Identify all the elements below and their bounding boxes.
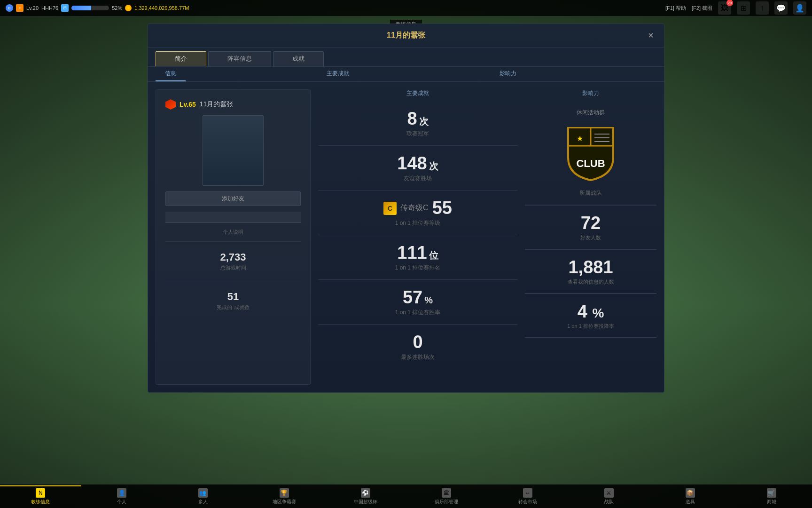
bottom-nav: N 教练信息 👤 个人 👥 多人 🏆 地区争霸赛 ⚽ 中国超级杯 🏛 俱乐部管理… <box>0 484 812 508</box>
friendly-wins-display: 148 次 <box>397 153 438 174</box>
divider-2 <box>165 281 301 281</box>
bio-input[interactable] <box>165 212 301 223</box>
rank-tier-label: 1 on 1 排位赛等级 <box>395 219 441 227</box>
exp-bar <box>71 6 109 10</box>
win-rate-value: 57 <box>403 287 422 308</box>
nav-multiplayer-icon: 👥 <box>198 488 208 498</box>
rank-number: 55 <box>432 198 452 218</box>
rank-position-display: 111 位 <box>397 243 438 263</box>
grid-button[interactable]: ⊞ <box>737 1 750 15</box>
close-button[interactable]: × <box>645 30 656 41</box>
svg-text:CLUB: CLUB <box>576 158 605 169</box>
subnav-main-achievements[interactable]: 主要成就 <box>317 67 359 81</box>
club-shield: CLUB ★ <box>562 122 619 183</box>
profile-views-row: 1,881 查看我的信息的人数 <box>525 250 656 294</box>
profile-modal: 11月的嚣张 × 简介 阵容信息 成就 信息 主要成就 影响力 Lv.65 11… <box>148 24 664 393</box>
profile-views-value: 1,881 <box>568 257 613 278</box>
stats-grid: 8 次 联赛冠军 148 次 友谊赛胜场 C 传奇级C <box>318 101 517 369</box>
streak-value: 0 <box>413 332 422 352</box>
friendly-wins-unit: 次 <box>429 160 438 173</box>
nav-regional-label: 地区争霸赛 <box>273 499 296 505</box>
subnav-influence[interactable]: 影响力 <box>490 67 526 81</box>
nav-regional[interactable]: 🏆 地区争霸赛 <box>243 485 325 507</box>
nav-squad-icon: ⚔ <box>604 488 614 498</box>
bio-label: 个人说明 <box>223 229 243 236</box>
friendly-wins-row: 148 次 友谊赛胜场 <box>318 146 517 190</box>
level-icon: B <box>6 4 13 12</box>
nav-coach-info[interactable]: N 教练信息 <box>0 485 81 507</box>
tab-intro[interactable]: 简介 <box>156 51 206 66</box>
club-section: 休闲活动群 CLUB ★ <box>525 101 656 205</box>
center-panel: 主要成就 8 次 联赛冠军 148 次 友谊赛胜场 <box>318 89 517 385</box>
modal-header: 11月的嚣张 × <box>148 24 664 48</box>
win-rate-label: 1 on 1 排位赛胜率 <box>395 309 441 317</box>
league-wins-unit: 次 <box>419 115 429 128</box>
modal-body: Lv.65 11月的嚣张 添加好友 个人说明 2,733 总游戏时间 51 完成… <box>148 82 664 392</box>
exp-fill <box>71 6 91 10</box>
nav-transfer-label: 转会市场 <box>518 499 537 505</box>
friendly-wins-value: 148 <box>397 153 427 174</box>
total-time-label: 总游戏时间 <box>165 264 301 271</box>
friends-value: 72 <box>581 213 601 233</box>
nav-items-icon: 📦 <box>686 488 695 498</box>
help-menu[interactable]: [F1] 帮助 <box>665 5 686 12</box>
add-friend-button[interactable]: 添加好友 <box>165 191 301 206</box>
avatar <box>203 115 264 186</box>
nav-personal[interactable]: 👤 个人 <box>81 485 163 507</box>
top-bar: B F Lv.20 HHH76 币 52% 1,329,440,029,958.… <box>0 0 812 16</box>
nav-items[interactable]: 📦 道具 <box>649 485 731 507</box>
nav-club-manage[interactable]: 🏛 俱乐部管理 <box>406 485 487 507</box>
achievements-value: 51 <box>165 291 301 303</box>
nav-shop-label: 商城 <box>767 499 776 505</box>
username: HHH76 <box>41 5 58 11</box>
rank-position-label: 1 on 1 排位赛排名 <box>395 264 441 272</box>
total-time-block: 2,733 总游戏时间 <box>165 247 301 275</box>
drop-rate-row: 4 % 1 on 1 排位赛投降率 <box>525 294 656 338</box>
nav-super-cup[interactable]: ⚽ 中国超级杯 <box>325 485 406 507</box>
subnav-info[interactable]: 信息 <box>156 67 186 81</box>
profile-button[interactable]: 👤 <box>793 1 806 15</box>
fifa-icon: F <box>16 4 23 12</box>
nav-squad[interactable]: ⚔ 战队 <box>569 485 650 507</box>
chat-button[interactable]: 💬 <box>774 1 788 15</box>
streak-row: 0 最多连胜场次 <box>318 325 517 369</box>
tab-lineup[interactable]: 阵容信息 <box>208 51 271 66</box>
nav-club-manage-label: 俱乐部管理 <box>435 499 458 505</box>
currency-icon: 币 <box>61 4 69 12</box>
share-button[interactable]: ↑ <box>756 1 769 15</box>
rank-position-value: 111 <box>397 243 427 263</box>
rank-tier-display: C 传奇级C 55 <box>383 198 452 218</box>
left-panel: Lv.65 11月的嚣张 添加好友 个人说明 2,733 总游戏时间 51 完成… <box>156 89 311 385</box>
nav-squad-label: 战队 <box>604 499 614 505</box>
nav-transfer[interactable]: ↔ 转会市场 <box>487 485 569 507</box>
league-wins-display: 8 次 <box>407 109 428 129</box>
right-header: 影响力 <box>525 89 656 101</box>
rank-badge-icon: C <box>383 202 397 215</box>
friendly-wins-label: 友谊赛胜场 <box>404 175 432 183</box>
nav-items-label: 道具 <box>686 499 695 505</box>
nav-coach-label: 教练信息 <box>31 499 50 505</box>
rank-text: 传奇级C <box>400 203 429 213</box>
drop-rate-unit: % <box>592 306 604 320</box>
drop-rate-value: 4 <box>578 302 587 321</box>
modal-title: 11月的嚣张 <box>387 31 425 40</box>
win-rate-unit: % <box>424 295 433 306</box>
notification-badge: 20 <box>726 0 733 6</box>
drop-rate-label: 1 on 1 排位赛投降率 <box>567 323 614 330</box>
drop-rate-display: 4 % <box>578 302 604 322</box>
tab-achievements[interactable]: 成就 <box>273 51 324 66</box>
top-bar-right: [F1] 帮助 [F2] 截图 🖼 20 ⊞ ↑ 💬 👤 <box>665 1 806 15</box>
gallery-button[interactable]: 🖼 20 <box>718 1 731 15</box>
nav-coach-icon: N <box>36 488 45 498</box>
tabs-row: 简介 阵容信息 成就 <box>148 48 664 67</box>
streak-label: 最多连胜场次 <box>401 353 435 361</box>
team-label: 所属战队 <box>579 189 602 197</box>
coin-amount: 1,329,440,029,958.77M <box>134 5 189 11</box>
nav-shop[interactable]: 🛒 商城 <box>731 485 812 507</box>
achievements-label: 完成的 成就数 <box>165 304 301 311</box>
exp-percent: 52% <box>112 5 122 11</box>
nav-multiplayer[interactable]: 👥 多人 <box>163 485 244 507</box>
svg-text:★: ★ <box>577 135 583 143</box>
streak-display: 0 <box>413 332 422 352</box>
screenshot-menu[interactable]: [F2] 截图 <box>692 5 712 12</box>
